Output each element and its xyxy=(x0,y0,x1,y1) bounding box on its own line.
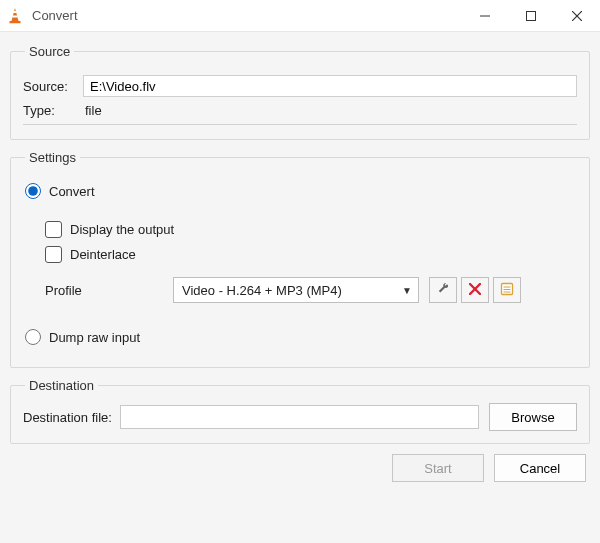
titlebar: Convert xyxy=(0,0,600,32)
source-legend: Source xyxy=(25,44,74,59)
convert-radio-input[interactable] xyxy=(25,183,41,199)
minimize-button[interactable] xyxy=(462,0,508,32)
svg-rect-2 xyxy=(12,15,17,17)
maximize-button[interactable] xyxy=(508,0,554,32)
deinterlace-label: Deinterlace xyxy=(70,247,136,262)
svg-rect-5 xyxy=(527,11,536,20)
vlc-cone-icon xyxy=(6,7,24,25)
svg-marker-0 xyxy=(12,8,19,21)
dump-radio[interactable]: Dump raw input xyxy=(23,329,577,345)
display-output-label: Display the output xyxy=(70,222,174,237)
profile-label: Profile xyxy=(45,283,173,298)
edit-profile-button[interactable] xyxy=(429,277,457,303)
destination-label: Destination file: xyxy=(23,410,112,425)
type-value: file xyxy=(83,103,577,118)
destination-group: Destination Destination file: Browse xyxy=(10,378,590,444)
profile-value: Video - H.264 + MP3 (MP4) xyxy=(182,283,342,298)
window-title: Convert xyxy=(32,8,78,23)
settings-legend: Settings xyxy=(25,150,80,165)
source-input[interactable] xyxy=(83,75,577,97)
dump-radio-input[interactable] xyxy=(25,329,41,345)
checkbox-box xyxy=(45,246,62,263)
type-label: Type: xyxy=(23,103,83,118)
checkbox-box xyxy=(45,221,62,238)
settings-group: Settings Convert Display the output Dein… xyxy=(10,150,590,368)
destination-input[interactable] xyxy=(120,405,479,429)
svg-rect-3 xyxy=(10,21,21,23)
source-divider xyxy=(23,124,577,125)
chevron-down-icon: ▼ xyxy=(402,285,412,296)
source-label: Source: xyxy=(23,79,83,94)
svg-rect-1 xyxy=(13,11,17,13)
start-button[interactable]: Start xyxy=(392,454,484,482)
dialog-content: Source Source: Type: file Settings Conve… xyxy=(0,32,600,492)
destination-legend: Destination xyxy=(25,378,98,393)
display-output-checkbox[interactable]: Display the output xyxy=(45,221,577,238)
browse-button[interactable]: Browse xyxy=(489,403,577,431)
convert-radio-label: Convert xyxy=(49,184,95,199)
close-button[interactable] xyxy=(554,0,600,32)
profile-select[interactable]: Video - H.264 + MP3 (MP4) ▼ xyxy=(173,277,419,303)
dialog-footer: Start Cancel xyxy=(10,454,590,482)
source-group: Source Source: Type: file xyxy=(10,44,590,140)
deinterlace-checkbox[interactable]: Deinterlace xyxy=(45,246,577,263)
wrench-icon xyxy=(436,282,450,299)
new-profile-icon xyxy=(500,282,514,299)
delete-icon xyxy=(469,283,481,298)
delete-profile-button[interactable] xyxy=(461,277,489,303)
convert-radio[interactable]: Convert xyxy=(23,183,577,199)
new-profile-button[interactable] xyxy=(493,277,521,303)
cancel-button[interactable]: Cancel xyxy=(494,454,586,482)
dump-radio-label: Dump raw input xyxy=(49,330,140,345)
